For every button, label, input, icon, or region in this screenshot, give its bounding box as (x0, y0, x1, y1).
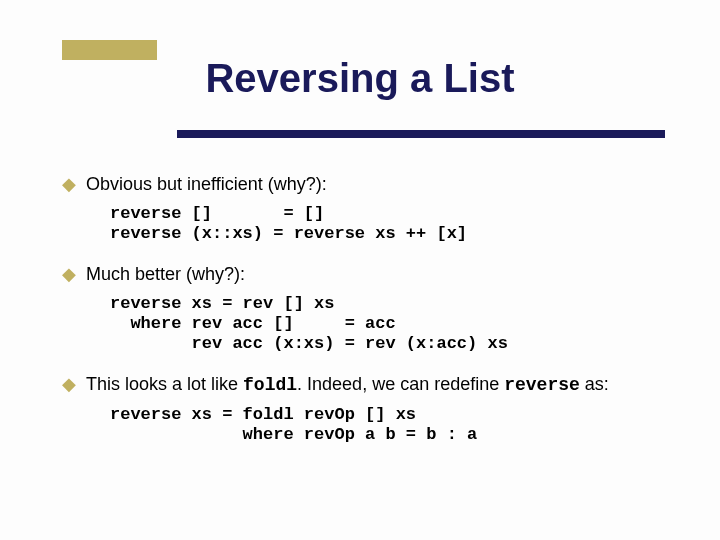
bullet-text-pre: This looks a lot like (86, 374, 243, 394)
accent-bar (62, 40, 157, 60)
code-block-2: reverse xs = rev [] xs where rev acc [] … (110, 294, 690, 354)
bullet-marker: ◆ (62, 372, 76, 396)
title-underline (177, 130, 665, 138)
code-block-3: reverse xs = foldl revOp [] xs where rev… (110, 405, 690, 445)
bullet-item: ◆ Obvious but inefficient (why?): (62, 172, 690, 196)
bullet-text-mid: . Indeed, we can redefine (297, 374, 504, 394)
bullet-text: Obvious but inefficient (why?): (86, 172, 690, 196)
inline-code-reverse: reverse (504, 375, 580, 395)
bullet-text: Much better (why?): (86, 262, 690, 286)
bullet-item: ◆ Much better (why?): (62, 262, 690, 286)
bullet-text-post: as: (580, 374, 609, 394)
inline-code-foldl: foldl (243, 375, 297, 395)
bullet-marker: ◆ (62, 262, 76, 286)
bullet-text: This looks a lot like foldl. Indeed, we … (86, 372, 690, 397)
code-block-1: reverse [] = [] reverse (x::xs) = revers… (110, 204, 690, 244)
bullet-item: ◆ This looks a lot like foldl. Indeed, w… (62, 372, 690, 397)
bullet-marker: ◆ (62, 172, 76, 196)
slide-body: ◆ Obvious but inefficient (why?): revers… (62, 172, 690, 463)
